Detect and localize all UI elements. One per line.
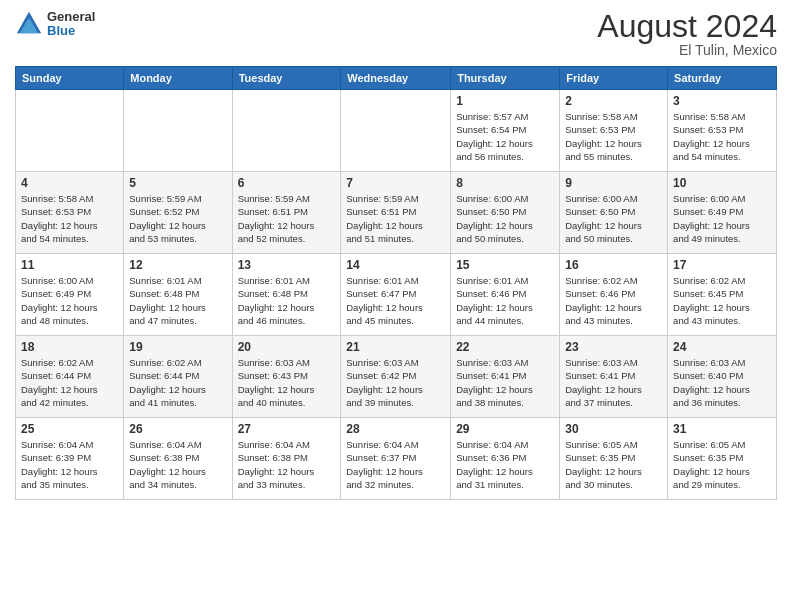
day-info: Sunrise: 6:04 AM Sunset: 6:38 PM Dayligh…: [129, 438, 226, 491]
calendar-header-row: SundayMondayTuesdayWednesdayThursdayFrid…: [16, 67, 777, 90]
calendar-cell: 29Sunrise: 6:04 AM Sunset: 6:36 PM Dayli…: [451, 418, 560, 500]
day-info: Sunrise: 6:02 AM Sunset: 6:45 PM Dayligh…: [673, 274, 771, 327]
header: General Blue August 2024 El Tulin, Mexic…: [15, 10, 777, 58]
day-number: 26: [129, 422, 226, 436]
calendar-week-row: 4Sunrise: 5:58 AM Sunset: 6:53 PM Daylig…: [16, 172, 777, 254]
day-number: 2: [565, 94, 662, 108]
day-info: Sunrise: 5:58 AM Sunset: 6:53 PM Dayligh…: [21, 192, 118, 245]
day-info: Sunrise: 6:02 AM Sunset: 6:46 PM Dayligh…: [565, 274, 662, 327]
weekday-header: Saturday: [668, 67, 777, 90]
calendar-cell: 17Sunrise: 6:02 AM Sunset: 6:45 PM Dayli…: [668, 254, 777, 336]
day-number: 25: [21, 422, 118, 436]
weekday-header: Friday: [560, 67, 668, 90]
calendar-cell: 2Sunrise: 5:58 AM Sunset: 6:53 PM Daylig…: [560, 90, 668, 172]
calendar-cell: 12Sunrise: 6:01 AM Sunset: 6:48 PM Dayli…: [124, 254, 232, 336]
calendar-cell: 14Sunrise: 6:01 AM Sunset: 6:47 PM Dayli…: [341, 254, 451, 336]
day-info: Sunrise: 6:05 AM Sunset: 6:35 PM Dayligh…: [673, 438, 771, 491]
calendar-cell: 20Sunrise: 6:03 AM Sunset: 6:43 PM Dayli…: [232, 336, 341, 418]
calendar-cell: 4Sunrise: 5:58 AM Sunset: 6:53 PM Daylig…: [16, 172, 124, 254]
day-info: Sunrise: 6:03 AM Sunset: 6:42 PM Dayligh…: [346, 356, 445, 409]
calendar-cell: 25Sunrise: 6:04 AM Sunset: 6:39 PM Dayli…: [16, 418, 124, 500]
calendar-cell: 31Sunrise: 6:05 AM Sunset: 6:35 PM Dayli…: [668, 418, 777, 500]
day-info: Sunrise: 6:04 AM Sunset: 6:36 PM Dayligh…: [456, 438, 554, 491]
day-number: 20: [238, 340, 336, 354]
title-area: August 2024 El Tulin, Mexico: [597, 10, 777, 58]
day-number: 19: [129, 340, 226, 354]
day-info: Sunrise: 6:03 AM Sunset: 6:41 PM Dayligh…: [565, 356, 662, 409]
day-number: 23: [565, 340, 662, 354]
day-info: Sunrise: 5:57 AM Sunset: 6:54 PM Dayligh…: [456, 110, 554, 163]
calendar-cell: 19Sunrise: 6:02 AM Sunset: 6:44 PM Dayli…: [124, 336, 232, 418]
calendar-cell: 16Sunrise: 6:02 AM Sunset: 6:46 PM Dayli…: [560, 254, 668, 336]
day-number: 16: [565, 258, 662, 272]
day-info: Sunrise: 6:05 AM Sunset: 6:35 PM Dayligh…: [565, 438, 662, 491]
location: El Tulin, Mexico: [597, 42, 777, 58]
calendar-cell: 3Sunrise: 5:58 AM Sunset: 6:53 PM Daylig…: [668, 90, 777, 172]
calendar-cell: 11Sunrise: 6:00 AM Sunset: 6:49 PM Dayli…: [16, 254, 124, 336]
day-number: 31: [673, 422, 771, 436]
day-number: 7: [346, 176, 445, 190]
calendar-week-row: 25Sunrise: 6:04 AM Sunset: 6:39 PM Dayli…: [16, 418, 777, 500]
weekday-header: Tuesday: [232, 67, 341, 90]
calendar-cell: 8Sunrise: 6:00 AM Sunset: 6:50 PM Daylig…: [451, 172, 560, 254]
day-info: Sunrise: 6:04 AM Sunset: 6:38 PM Dayligh…: [238, 438, 336, 491]
day-number: 13: [238, 258, 336, 272]
calendar-week-row: 11Sunrise: 6:00 AM Sunset: 6:49 PM Dayli…: [16, 254, 777, 336]
day-number: 11: [21, 258, 118, 272]
day-info: Sunrise: 6:00 AM Sunset: 6:49 PM Dayligh…: [21, 274, 118, 327]
day-number: 27: [238, 422, 336, 436]
day-number: 10: [673, 176, 771, 190]
calendar-cell: 27Sunrise: 6:04 AM Sunset: 6:38 PM Dayli…: [232, 418, 341, 500]
weekday-header: Monday: [124, 67, 232, 90]
calendar-cell: [341, 90, 451, 172]
day-info: Sunrise: 6:04 AM Sunset: 6:37 PM Dayligh…: [346, 438, 445, 491]
day-number: 30: [565, 422, 662, 436]
day-number: 1: [456, 94, 554, 108]
calendar-cell: [232, 90, 341, 172]
day-info: Sunrise: 6:00 AM Sunset: 6:50 PM Dayligh…: [456, 192, 554, 245]
day-info: Sunrise: 6:02 AM Sunset: 6:44 PM Dayligh…: [21, 356, 118, 409]
logo: General Blue: [15, 10, 95, 39]
day-info: Sunrise: 5:58 AM Sunset: 6:53 PM Dayligh…: [673, 110, 771, 163]
calendar-cell: 28Sunrise: 6:04 AM Sunset: 6:37 PM Dayli…: [341, 418, 451, 500]
logo-general: General: [47, 10, 95, 24]
calendar-table: SundayMondayTuesdayWednesdayThursdayFrid…: [15, 66, 777, 500]
day-number: 14: [346, 258, 445, 272]
day-number: 3: [673, 94, 771, 108]
weekday-header: Thursday: [451, 67, 560, 90]
day-info: Sunrise: 6:03 AM Sunset: 6:40 PM Dayligh…: [673, 356, 771, 409]
calendar-cell: 5Sunrise: 5:59 AM Sunset: 6:52 PM Daylig…: [124, 172, 232, 254]
day-number: 5: [129, 176, 226, 190]
day-number: 12: [129, 258, 226, 272]
calendar-cell: 23Sunrise: 6:03 AM Sunset: 6:41 PM Dayli…: [560, 336, 668, 418]
day-info: Sunrise: 6:00 AM Sunset: 6:50 PM Dayligh…: [565, 192, 662, 245]
day-number: 8: [456, 176, 554, 190]
calendar-cell: 22Sunrise: 6:03 AM Sunset: 6:41 PM Dayli…: [451, 336, 560, 418]
day-info: Sunrise: 6:02 AM Sunset: 6:44 PM Dayligh…: [129, 356, 226, 409]
day-number: 29: [456, 422, 554, 436]
day-info: Sunrise: 6:03 AM Sunset: 6:41 PM Dayligh…: [456, 356, 554, 409]
day-number: 6: [238, 176, 336, 190]
day-info: Sunrise: 6:00 AM Sunset: 6:49 PM Dayligh…: [673, 192, 771, 245]
day-info: Sunrise: 6:01 AM Sunset: 6:47 PM Dayligh…: [346, 274, 445, 327]
weekday-header: Wednesday: [341, 67, 451, 90]
day-number: 21: [346, 340, 445, 354]
calendar-week-row: 1Sunrise: 5:57 AM Sunset: 6:54 PM Daylig…: [16, 90, 777, 172]
day-number: 4: [21, 176, 118, 190]
calendar-cell: 30Sunrise: 6:05 AM Sunset: 6:35 PM Dayli…: [560, 418, 668, 500]
month-title: August 2024: [597, 10, 777, 42]
calendar-cell: 13Sunrise: 6:01 AM Sunset: 6:48 PM Dayli…: [232, 254, 341, 336]
day-number: 15: [456, 258, 554, 272]
calendar-cell: 1Sunrise: 5:57 AM Sunset: 6:54 PM Daylig…: [451, 90, 560, 172]
weekday-header: Sunday: [16, 67, 124, 90]
calendar-week-row: 18Sunrise: 6:02 AM Sunset: 6:44 PM Dayli…: [16, 336, 777, 418]
calendar-cell: [16, 90, 124, 172]
calendar-cell: 10Sunrise: 6:00 AM Sunset: 6:49 PM Dayli…: [668, 172, 777, 254]
calendar-cell: 24Sunrise: 6:03 AM Sunset: 6:40 PM Dayli…: [668, 336, 777, 418]
day-info: Sunrise: 6:01 AM Sunset: 6:46 PM Dayligh…: [456, 274, 554, 327]
logo-text: General Blue: [47, 10, 95, 39]
page-container: General Blue August 2024 El Tulin, Mexic…: [0, 0, 792, 612]
calendar-cell: 26Sunrise: 6:04 AM Sunset: 6:38 PM Dayli…: [124, 418, 232, 500]
day-number: 18: [21, 340, 118, 354]
day-info: Sunrise: 6:01 AM Sunset: 6:48 PM Dayligh…: [238, 274, 336, 327]
